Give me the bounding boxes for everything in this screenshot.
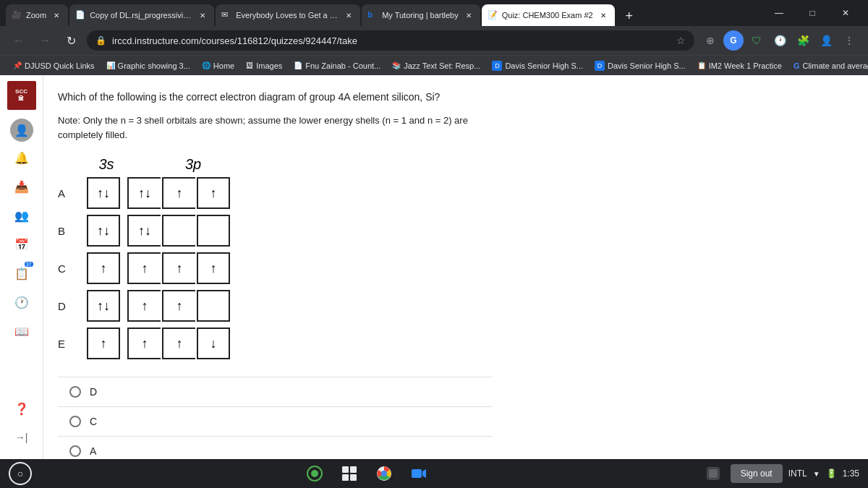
sidebar-icon-alerts[interactable]: 🔔: [9, 145, 35, 171]
bookmarks-bar: 📌 DJUSD Quick Links 📊 Graphic showing 3.…: [0, 55, 868, 75]
orbital-a-p1: ↑↓: [127, 177, 161, 209]
bookmark-label-djusd: DJUSD Quick Links: [25, 61, 95, 70]
svg-rect-3: [350, 466, 357, 473]
header-3p: 3p: [135, 156, 252, 173]
g-account-icon[interactable]: G: [723, 30, 744, 51]
option-d[interactable]: D: [58, 377, 492, 407]
bookmark-djusd[interactable]: 📌 DJUSD Quick Links: [9, 60, 99, 72]
option-a-label: A: [90, 445, 96, 457]
tab-close-copy[interactable]: ✕: [197, 9, 208, 21]
orbital-c-s: ↑: [87, 252, 120, 284]
new-tab-button[interactable]: +: [619, 6, 639, 26]
sidebar-icon-inbox[interactable]: 📥: [9, 174, 35, 200]
tab-title-bartleby: My Tutoring | bartleby: [382, 11, 459, 20]
header-3s: 3s: [84, 156, 129, 173]
shield-icon[interactable]: 🛡: [746, 30, 767, 51]
option-a[interactable]: A: [58, 437, 492, 459]
radio-c[interactable]: [69, 416, 81, 427]
svg-marker-10: [422, 469, 426, 478]
extensions-icon[interactable]: ⊕: [700, 30, 720, 51]
radio-d[interactable]: [69, 386, 81, 398]
tab-copy[interactable]: 📄 Copy of DL.rsj_progressivism - C ✕: [69, 4, 214, 26]
refresh-button[interactable]: ↻: [61, 30, 81, 51]
tab-bartleby[interactable]: b My Tutoring | bartleby ✕: [362, 4, 480, 26]
option-c[interactable]: C: [58, 407, 492, 437]
bookmark-im2[interactable]: 📋 IM2 Week 1 Practice: [693, 60, 786, 72]
time-display: 1:35: [843, 468, 859, 479]
orbital-a-p2: ↑: [162, 177, 195, 209]
bookmark-label-graphic: Graphic showing 3...: [118, 61, 190, 70]
bookmark-jazz[interactable]: 📚 Jazz Text Set: Resp...: [388, 60, 485, 72]
bookmark-fnu[interactable]: 📄 Fnu Zainab - Count...: [289, 60, 385, 72]
option-c-label: C: [90, 416, 97, 427]
power-svg: [707, 467, 720, 480]
tab-title-zoom: Zoom: [26, 11, 46, 20]
tab-close-bartleby[interactable]: ✕: [463, 9, 475, 21]
tab-close-quiz[interactable]: ✕: [597, 9, 609, 21]
row-label-c: C: [58, 262, 87, 275]
orbital-c-p3: ↑: [197, 252, 230, 284]
bookmark-favicon-djusd: 📌: [13, 61, 22, 69]
minimize-button[interactable]: —: [762, 0, 796, 26]
bookmark-home[interactable]: 🌐 Home: [197, 60, 239, 72]
taskbar-left: ○: [9, 462, 32, 485]
option-d-label: D: [90, 386, 97, 398]
orbital-a-p-group: ↑↓ ↑ ↑: [127, 177, 231, 209]
svg-rect-5: [350, 474, 357, 481]
diagram-row-b: B ↑↓ ↑↓: [58, 215, 492, 247]
taskbar-zoom-icon[interactable]: [407, 462, 430, 485]
taskbar-grid-icon[interactable]: [338, 462, 361, 485]
bookmark-favicon-fnu: 📄: [294, 61, 302, 69]
sidebar-icon-calendar[interactable]: 📅: [9, 231, 35, 257]
sign-out-button[interactable]: Sign out: [731, 464, 783, 483]
back-button[interactable]: ←: [9, 30, 29, 51]
close-button[interactable]: ✕: [829, 0, 862, 26]
tab-mail[interactable]: ✉ Everybody Loves to Get a Gift! 🎁 ✕: [216, 4, 360, 26]
sidebar-icon-book[interactable]: 📖: [9, 318, 35, 344]
bookmark-label-jazz: Jazz Text Set: Resp...: [404, 61, 480, 70]
bookmark-star-icon[interactable]: ☆: [676, 35, 686, 46]
orbital-b-p3: [197, 215, 230, 247]
tab-zoom[interactable]: 🎥 Zoom ✕: [6, 4, 68, 26]
taskbar-o-icon[interactable]: [303, 462, 326, 485]
forward-button[interactable]: →: [35, 30, 55, 51]
content-area: Which of the following is the correct el…: [43, 75, 868, 459]
history-icon[interactable]: 🕐: [770, 30, 790, 51]
extension-puzzle-icon[interactable]: 🧩: [793, 30, 813, 51]
sidebar-collapse-arrow[interactable]: →|: [9, 424, 35, 450]
diagram-row-c: C ↑ ↑ ↑ ↑: [58, 252, 492, 284]
taskbar-start-button[interactable]: ○: [9, 462, 32, 485]
orbital-c-p1: ↑: [127, 252, 161, 284]
taskbar-zoom-svg: [410, 465, 427, 482]
sidebar-icon-people[interactable]: 👥: [9, 202, 35, 228]
row-label-a: A: [58, 187, 87, 200]
sidebar-icon-help[interactable]: ❓: [9, 395, 35, 421]
row-label-e: E: [58, 338, 87, 350]
menu-icon[interactable]: ⋮: [839, 30, 859, 51]
question-text: Which of the following is the correct el…: [58, 90, 492, 105]
orbital-e-p3: ↓: [197, 328, 230, 359]
bookmark-davis2[interactable]: D Davis Senior High S...: [590, 59, 690, 72]
maximize-button[interactable]: □: [796, 0, 829, 26]
bookmark-davis1[interactable]: D Davis Senior High S...: [488, 59, 587, 72]
radio-a[interactable]: [69, 445, 81, 457]
taskbar-power-icon[interactable]: [702, 462, 725, 485]
account-circle-icon[interactable]: 👤: [816, 30, 836, 51]
sidebar-icon-clock[interactable]: 🕐: [9, 289, 35, 315]
bookmark-climate[interactable]: G Climate and averag...: [789, 60, 868, 72]
toolbar-icons: ⊕ G 🛡 🕐 🧩 👤 ⋮: [700, 30, 859, 51]
avatar[interactable]: 👤: [10, 119, 33, 142]
bookmark-label-fnu: Fnu Zainab - Count...: [305, 61, 380, 70]
url-text: irccd.instructure.com/courses/116812/qui…: [112, 35, 671, 46]
bookmark-graphic[interactable]: 📊 Graphic showing 3...: [102, 60, 195, 72]
diagram-header: 3s 3p: [84, 156, 492, 173]
tab-close-mail[interactable]: ✕: [343, 9, 354, 21]
tab-close-zoom[interactable]: ✕: [51, 9, 62, 21]
bookmark-label-images: Images: [256, 61, 282, 70]
taskbar-chrome-icon[interactable]: [373, 462, 396, 485]
tab-quiz[interactable]: 📝 Quiz: CHEM300 Exam #2 ✕: [482, 4, 615, 26]
sidebar-icon-badge[interactable]: 📋 37: [9, 260, 35, 286]
svg-point-8: [381, 471, 387, 476]
bookmark-images[interactable]: 🖼 Images: [242, 60, 286, 72]
url-bar[interactable]: 🔒 irccd.instructure.com/courses/116812/q…: [87, 30, 694, 51]
